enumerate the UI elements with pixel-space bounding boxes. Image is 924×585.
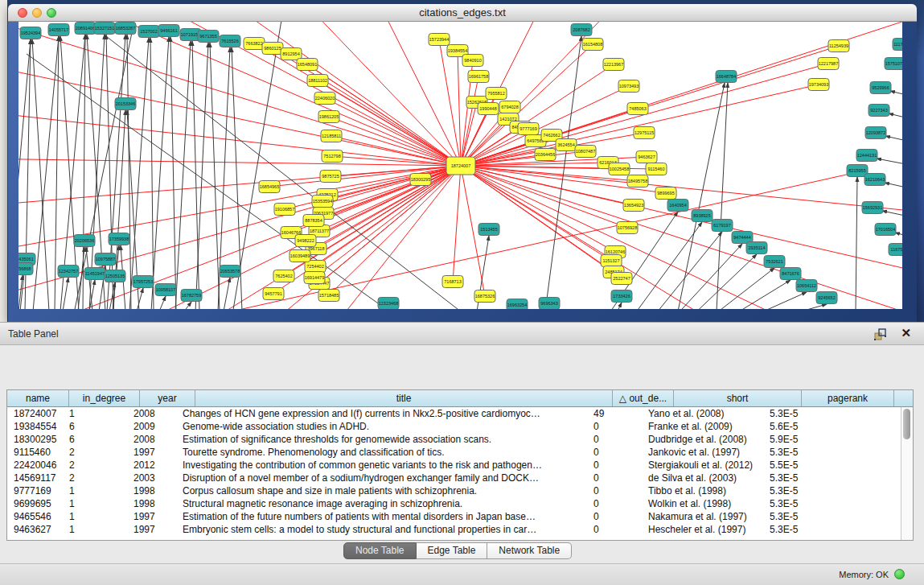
- table-cell-name[interactable]: 22420046: [7, 459, 63, 472]
- table-cell-in_degree[interactable]: 1: [63, 497, 127, 510]
- column-header-short[interactable]: short: [674, 390, 802, 406]
- table-row[interactable]: 1938455462009Genome-wide association stu…: [7, 420, 901, 433]
- table-cell-title[interactable]: Disruption of a novel member of a sodium…: [176, 472, 587, 484]
- network-node[interactable]: 11254939: [828, 40, 849, 52]
- network-node[interactable]: 20891406: [75, 23, 96, 35]
- network-node[interactable]: 15751074: [885, 58, 902, 70]
- table-cell-short[interactable]: Franke et al. (2009): [642, 420, 763, 433]
- network-node[interactable]: 19861205: [318, 111, 339, 123]
- table-cell-pagerank[interactable]: 5.9E-5: [763, 433, 849, 446]
- network-hub-node[interactable]: 18724007: [446, 157, 475, 175]
- network-node[interactable]: 9529966: [870, 82, 891, 94]
- table-cell-pagerank[interactable]: 5.3E-5: [763, 472, 849, 484]
- network-node[interactable]: 22406020: [314, 93, 335, 105]
- network-node[interactable]: 9840910: [462, 55, 483, 67]
- table-cell-out_degree[interactable]: 0: [587, 497, 642, 510]
- network-node[interactable]: 16648784: [716, 71, 737, 83]
- network-node[interactable]: 9245652: [816, 292, 837, 304]
- column-header-year[interactable]: year: [140, 390, 195, 406]
- table-row[interactable]: 911546021997Tourette syndrome. Phenomeno…: [7, 446, 901, 459]
- network-window-titlebar[interactable]: citations_edges.txt: [8, 4, 917, 22]
- table-cell-year[interactable]: 1998: [127, 497, 176, 510]
- network-node[interactable]: 1640954: [667, 200, 688, 212]
- network-node[interactable]: 12444131: [856, 150, 877, 162]
- network-node[interactable]: 20653578: [220, 266, 240, 278]
- table-cell-out_degree[interactable]: 0: [587, 446, 642, 459]
- table-cell-short[interactable]: de Silva et al. (2003): [642, 472, 763, 484]
- network-node[interactable]: 11451947: [84, 268, 105, 280]
- table-cell-title[interactable]: Structural magnetic resonance image aver…: [176, 497, 587, 510]
- network-node[interactable]: 2935114: [746, 242, 767, 254]
- network-node[interactable]: 16782759: [181, 290, 202, 302]
- network-node[interactable]: 16853287: [115, 23, 136, 35]
- table-cell-year[interactable]: 2003: [127, 472, 176, 484]
- table-cell-in_degree[interactable]: 1: [63, 407, 127, 420]
- network-node[interactable]: 20153346: [115, 98, 136, 110]
- table-cell-out_degree[interactable]: 0: [587, 459, 642, 472]
- table-cell-short[interactable]: Stergiakouli et al. (2012): [642, 459, 763, 472]
- table-cell-in_degree[interactable]: 2: [63, 459, 127, 472]
- table-row[interactable]: 946362711997Embryonic stem cells: a mode…: [7, 523, 901, 536]
- table-cell-name[interactable]: 9463627: [7, 523, 63, 536]
- network-node[interactable]: 18811102: [307, 75, 328, 87]
- table-cell-pagerank[interactable]: 5.5E-5: [763, 459, 849, 472]
- network-node[interactable]: 1151327: [601, 255, 622, 267]
- table-cell-name[interactable]: 9465546: [7, 510, 63, 523]
- network-node[interactable]: 9498222: [295, 235, 316, 247]
- table-row[interactable]: 977716911998Corpus callosum shape and si…: [7, 484, 901, 497]
- network-node[interactable]: 1156868: [18, 263, 33, 275]
- network-node[interactable]: 10025458: [609, 163, 630, 175]
- network-node[interactable]: 3624554: [556, 139, 577, 151]
- table-cell-name[interactable]: 9699695: [7, 497, 63, 510]
- close-panel-icon[interactable]: ✕: [901, 326, 911, 340]
- network-node[interactable]: 9696343: [539, 298, 560, 310]
- network-node[interactable]: 12342757: [58, 266, 79, 278]
- table-cell-in_degree[interactable]: 1: [63, 523, 127, 536]
- network-node[interactable]: 19106857: [274, 204, 295, 216]
- network-node[interactable]: 12093872: [865, 127, 886, 139]
- network-node[interactable]: 10807487: [575, 146, 596, 158]
- table-cell-year[interactable]: 2012: [127, 459, 176, 472]
- table-cell-year[interactable]: 2009: [127, 420, 176, 433]
- tab-edge-table[interactable]: Edge Table: [417, 542, 488, 559]
- column-header-in_degree[interactable]: in_degree: [69, 390, 140, 406]
- network-node[interactable]: 15353594: [312, 196, 333, 208]
- table-cell-short[interactable]: Jankovic et al. (1997): [642, 446, 763, 459]
- network-node[interactable]: 16961758: [468, 71, 489, 83]
- network-node[interactable]: 1990448: [478, 103, 499, 115]
- network-node[interactable]: 17359938: [109, 233, 129, 245]
- table-cell-title[interactable]: Estimation of the future numbers of pati…: [176, 510, 587, 523]
- column-header-pagerank[interactable]: pagerank: [802, 390, 894, 406]
- network-node[interactable]: 16854965: [259, 181, 280, 193]
- table-cell-title[interactable]: Corpus callosum shape and size in male p…: [176, 484, 587, 497]
- network-node[interactable]: 11175304: [893, 39, 902, 51]
- tab-network-table[interactable]: Network Table: [487, 542, 572, 559]
- table-cell-year[interactable]: 2008: [127, 407, 176, 420]
- network-node[interactable]: 16875326: [474, 290, 495, 303]
- table-cell-name[interactable]: 18724007: [7, 407, 63, 420]
- network-node[interactable]: 12505135: [105, 270, 125, 282]
- table-cell-pagerank[interactable]: 5.3E-5: [763, 484, 849, 497]
- table-cell-title[interactable]: Embryonic stem cells: a model to study s…: [176, 523, 587, 536]
- table-cell-out_degree[interactable]: 49: [587, 407, 642, 420]
- table-cell-in_degree[interactable]: 2: [63, 446, 127, 459]
- network-node[interactable]: 12323468: [378, 298, 399, 310]
- tab-node-table[interactable]: Node Table: [343, 542, 417, 559]
- table-cell-out_degree[interactable]: 0: [587, 523, 642, 536]
- table-cell-in_degree[interactable]: 1: [63, 510, 127, 523]
- table-cell-year[interactable]: 1997: [127, 510, 176, 523]
- network-node[interactable]: 1513455: [478, 224, 499, 236]
- table-cell-out_degree[interactable]: 0: [587, 484, 642, 497]
- table-cell-in_degree[interactable]: 2: [63, 472, 127, 484]
- network-node[interactable]: 9457791: [263, 288, 284, 300]
- network-node[interactable]: 10756928: [617, 222, 638, 234]
- network-node[interactable]: 17016504: [875, 224, 896, 236]
- network-node[interactable]: 19524394: [20, 27, 41, 39]
- column-header-title[interactable]: title: [195, 390, 613, 406]
- network-node[interactable]: 14055717: [48, 24, 69, 36]
- table-cell-name[interactable]: 9115460: [7, 446, 63, 459]
- network-node[interactable]: 15692931: [862, 202, 883, 214]
- table-cell-year[interactable]: 1997: [127, 523, 176, 536]
- network-canvas[interactable]: 7663822986012589129541654809118811102224…: [18, 22, 902, 309]
- table-cell-name[interactable]: 18300295: [7, 433, 63, 446]
